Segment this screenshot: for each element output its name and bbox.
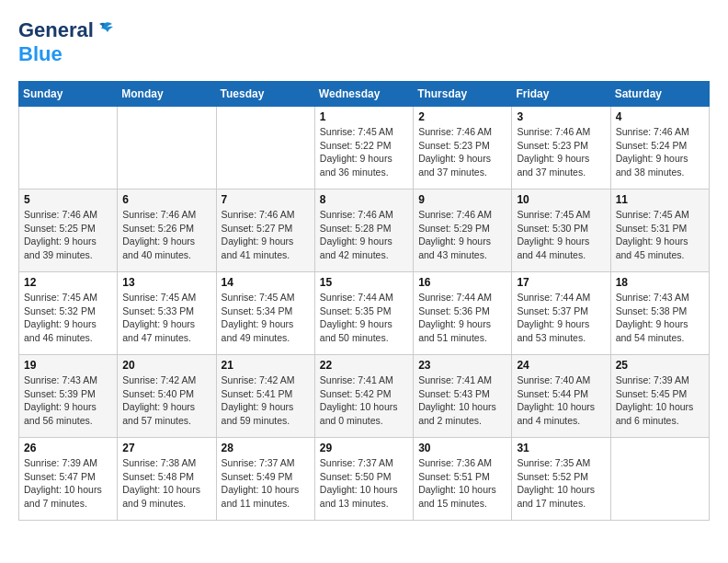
day-number: 6	[122, 193, 210, 206]
calendar-header: SundayMondayTuesdayWednesdayThursdayFrid…	[19, 82, 710, 107]
logo-general: General	[18, 18, 94, 42]
weekday-saturday: Saturday	[610, 82, 709, 107]
day-info: Sunrise: 7:45 AM Sunset: 5:31 PM Dayligh…	[616, 208, 704, 262]
day-info: Sunrise: 7:43 AM Sunset: 5:38 PM Dayligh…	[616, 291, 704, 345]
day-info: Sunrise: 7:46 AM Sunset: 5:29 PM Dayligh…	[418, 208, 506, 262]
day-number: 13	[122, 276, 210, 289]
day-number: 26	[24, 442, 112, 454]
day-number: 18	[616, 276, 704, 289]
calendar-table: SundayMondayTuesdayWednesdayThursdayFrid…	[18, 81, 710, 521]
calendar-cell: 29Sunrise: 7:37 AM Sunset: 5:50 PM Dayli…	[314, 438, 413, 521]
calendar-cell: 14Sunrise: 7:45 AM Sunset: 5:34 PM Dayli…	[216, 272, 314, 355]
calendar-cell: 7Sunrise: 7:46 AM Sunset: 5:27 PM Daylig…	[216, 190, 314, 272]
logo: General Blue	[18, 18, 114, 66]
calendar-cell: 21Sunrise: 7:42 AM Sunset: 5:41 PM Dayli…	[216, 355, 314, 438]
day-info: Sunrise: 7:46 AM Sunset: 5:24 PM Dayligh…	[616, 125, 704, 179]
calendar-cell: 1Sunrise: 7:45 AM Sunset: 5:22 PM Daylig…	[314, 107, 413, 190]
calendar-cell: 24Sunrise: 7:40 AM Sunset: 5:44 PM Dayli…	[512, 355, 610, 438]
day-info: Sunrise: 7:37 AM Sunset: 5:49 PM Dayligh…	[222, 456, 310, 511]
weekday-wednesday: Wednesday	[314, 82, 413, 107]
calendar-cell: 28Sunrise: 7:37 AM Sunset: 5:49 PM Dayli…	[216, 438, 314, 521]
day-number: 30	[418, 442, 506, 454]
day-info: Sunrise: 7:45 AM Sunset: 5:30 PM Dayligh…	[517, 208, 605, 262]
day-info: Sunrise: 7:37 AM Sunset: 5:50 PM Dayligh…	[320, 456, 408, 511]
calendar-cell: 30Sunrise: 7:36 AM Sunset: 5:51 PM Dayli…	[414, 438, 512, 521]
day-number: 10	[517, 193, 605, 206]
week-row-3: 12Sunrise: 7:45 AM Sunset: 5:32 PM Dayli…	[19, 272, 710, 355]
calendar-cell: 11Sunrise: 7:45 AM Sunset: 5:31 PM Dayli…	[610, 190, 709, 272]
calendar-cell	[216, 107, 314, 190]
calendar-cell: 13Sunrise: 7:45 AM Sunset: 5:33 PM Dayli…	[118, 272, 216, 355]
day-number: 5	[24, 193, 112, 206]
day-info: Sunrise: 7:45 AM Sunset: 5:32 PM Dayligh…	[24, 291, 112, 345]
calendar-cell: 3Sunrise: 7:46 AM Sunset: 5:23 PM Daylig…	[512, 107, 610, 190]
day-number: 31	[517, 442, 605, 454]
day-info: Sunrise: 7:41 AM Sunset: 5:43 PM Dayligh…	[418, 373, 506, 428]
day-info: Sunrise: 7:39 AM Sunset: 5:47 PM Dayligh…	[24, 456, 112, 511]
logo-blue: Blue	[18, 42, 63, 65]
calendar-cell: 19Sunrise: 7:43 AM Sunset: 5:39 PM Dayli…	[19, 355, 118, 438]
day-number: 29	[320, 442, 408, 454]
weekday-friday: Friday	[512, 82, 610, 107]
day-info: Sunrise: 7:45 AM Sunset: 5:22 PM Dayligh…	[320, 125, 408, 179]
day-number: 17	[517, 276, 605, 289]
day-number: 8	[320, 193, 408, 206]
day-number: 25	[616, 359, 704, 372]
weekday-tuesday: Tuesday	[216, 82, 314, 107]
day-info: Sunrise: 7:45 AM Sunset: 5:33 PM Dayligh…	[122, 291, 210, 345]
day-number: 7	[222, 193, 310, 206]
weekday-monday: Monday	[118, 82, 216, 107]
calendar-cell	[118, 107, 216, 190]
calendar-body: 1Sunrise: 7:45 AM Sunset: 5:22 PM Daylig…	[19, 107, 710, 521]
week-row-5: 26Sunrise: 7:39 AM Sunset: 5:47 PM Dayli…	[19, 438, 710, 521]
day-info: Sunrise: 7:41 AM Sunset: 5:42 PM Dayligh…	[320, 373, 408, 428]
week-row-1: 1Sunrise: 7:45 AM Sunset: 5:22 PM Daylig…	[19, 107, 710, 190]
day-info: Sunrise: 7:44 AM Sunset: 5:37 PM Dayligh…	[517, 291, 605, 345]
calendar-cell: 9Sunrise: 7:46 AM Sunset: 5:29 PM Daylig…	[414, 190, 512, 272]
day-number: 23	[418, 359, 506, 372]
day-info: Sunrise: 7:46 AM Sunset: 5:25 PM Dayligh…	[24, 208, 112, 262]
day-number: 11	[616, 193, 704, 206]
day-info: Sunrise: 7:46 AM Sunset: 5:23 PM Dayligh…	[517, 125, 605, 179]
day-info: Sunrise: 7:40 AM Sunset: 5:44 PM Dayligh…	[517, 373, 605, 428]
calendar-cell: 17Sunrise: 7:44 AM Sunset: 5:37 PM Dayli…	[512, 272, 610, 355]
day-number: 21	[222, 359, 310, 372]
day-info: Sunrise: 7:44 AM Sunset: 5:36 PM Dayligh…	[418, 291, 506, 345]
day-number: 1	[320, 110, 408, 123]
day-number: 3	[517, 110, 605, 123]
weekday-sunday: Sunday	[19, 82, 118, 107]
day-info: Sunrise: 7:46 AM Sunset: 5:27 PM Dayligh…	[222, 208, 310, 262]
calendar-cell: 5Sunrise: 7:46 AM Sunset: 5:25 PM Daylig…	[19, 190, 118, 272]
day-info: Sunrise: 7:42 AM Sunset: 5:40 PM Dayligh…	[122, 373, 210, 428]
day-info: Sunrise: 7:44 AM Sunset: 5:35 PM Dayligh…	[320, 291, 408, 345]
day-info: Sunrise: 7:39 AM Sunset: 5:45 PM Dayligh…	[616, 373, 704, 428]
calendar-cell: 16Sunrise: 7:44 AM Sunset: 5:36 PM Dayli…	[414, 272, 512, 355]
day-number: 15	[320, 276, 408, 289]
day-info: Sunrise: 7:36 AM Sunset: 5:51 PM Dayligh…	[418, 456, 506, 511]
week-row-2: 5Sunrise: 7:46 AM Sunset: 5:25 PM Daylig…	[19, 190, 710, 272]
calendar-cell	[19, 107, 118, 190]
calendar-cell: 6Sunrise: 7:46 AM Sunset: 5:26 PM Daylig…	[118, 190, 216, 272]
day-info: Sunrise: 7:46 AM Sunset: 5:28 PM Dayligh…	[320, 208, 408, 262]
calendar-cell: 12Sunrise: 7:45 AM Sunset: 5:32 PM Dayli…	[19, 272, 118, 355]
calendar-cell: 23Sunrise: 7:41 AM Sunset: 5:43 PM Dayli…	[414, 355, 512, 438]
calendar-cell: 4Sunrise: 7:46 AM Sunset: 5:24 PM Daylig…	[610, 107, 709, 190]
day-info: Sunrise: 7:35 AM Sunset: 5:52 PM Dayligh…	[517, 456, 605, 511]
calendar-cell: 22Sunrise: 7:41 AM Sunset: 5:42 PM Dayli…	[314, 355, 413, 438]
day-number: 19	[24, 359, 112, 372]
day-info: Sunrise: 7:43 AM Sunset: 5:39 PM Dayligh…	[24, 373, 112, 428]
day-info: Sunrise: 7:46 AM Sunset: 5:26 PM Dayligh…	[122, 208, 210, 262]
calendar-cell: 15Sunrise: 7:44 AM Sunset: 5:35 PM Dayli…	[314, 272, 413, 355]
calendar-cell: 18Sunrise: 7:43 AM Sunset: 5:38 PM Dayli…	[610, 272, 709, 355]
day-info: Sunrise: 7:45 AM Sunset: 5:34 PM Dayligh…	[222, 291, 310, 345]
weekday-thursday: Thursday	[414, 82, 512, 107]
day-number: 24	[517, 359, 605, 372]
day-number: 12	[24, 276, 112, 289]
day-info: Sunrise: 7:42 AM Sunset: 5:41 PM Dayligh…	[222, 373, 310, 428]
week-row-4: 19Sunrise: 7:43 AM Sunset: 5:39 PM Dayli…	[19, 355, 710, 438]
day-number: 28	[222, 442, 310, 454]
day-number: 4	[616, 110, 704, 123]
calendar-cell: 31Sunrise: 7:35 AM Sunset: 5:52 PM Dayli…	[512, 438, 610, 521]
day-number: 9	[418, 193, 506, 206]
day-number: 16	[418, 276, 506, 289]
